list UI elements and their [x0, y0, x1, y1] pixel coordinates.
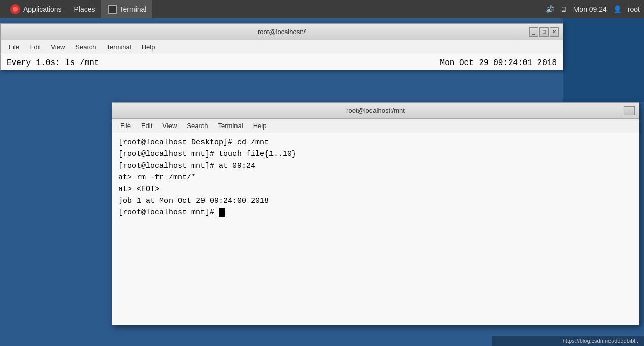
- window2-menu-view[interactable]: View: [158, 120, 181, 131]
- window2-menu-edit[interactable]: Edit: [137, 120, 156, 131]
- window1-menu-file[interactable]: File: [5, 42, 23, 52]
- terminal-window-2: root@localhost:/mnt − File Edit View Sea…: [112, 102, 639, 325]
- app-icon: [10, 4, 20, 14]
- terminal-window-1: root@localhost:/ _ □ ✕ File Edit View Se…: [0, 23, 563, 70]
- terminal-line-4: at> rm -fr /mnt/*: [118, 172, 633, 183]
- terminal-line-7: [root@localhost mnt]#: [118, 207, 633, 218]
- places-menu[interactable]: Places: [68, 0, 101, 18]
- applications-menu[interactable]: Applications: [4, 0, 68, 18]
- taskbar-right: 🔊 🖥 Mon 09:24 👤 root: [546, 5, 640, 13]
- window1-menu-search[interactable]: Search: [71, 42, 100, 52]
- window2-terminal-body[interactable]: [root@localhost Desktop]# cd /mnt [root@…: [112, 133, 639, 325]
- terminal-line-2: [root@localhost mnt]# touch file{1..10}: [118, 149, 633, 160]
- window2-minimize-button[interactable]: −: [624, 106, 635, 115]
- watch-command: Every 1.0s: ls /mnt: [7, 58, 99, 68]
- places-label: Places: [74, 5, 95, 13]
- window2-menu-help[interactable]: Help: [249, 120, 271, 131]
- window1-menu-view[interactable]: View: [47, 42, 69, 52]
- cursor: [219, 208, 225, 217]
- window1-watch-header: Every 1.0s: ls /mnt Mon Oct 29 09:24:01 …: [1, 54, 563, 70]
- window1-controls: _ □ ✕: [529, 27, 559, 37]
- terminal-empty-space[interactable]: [118, 219, 633, 321]
- right-panel: [563, 18, 644, 102]
- taskbar-left: Applications Places Terminal: [4, 0, 152, 18]
- window1-maximize-button[interactable]: □: [539, 27, 549, 37]
- window2-menu-file[interactable]: File: [116, 120, 135, 131]
- terminal-label: Terminal: [120, 5, 147, 13]
- display-icon: 🖥: [560, 5, 567, 13]
- window1-menu-edit[interactable]: Edit: [25, 42, 45, 52]
- taskbar: Applications Places Terminal 🔊 🖥 Mon 09:…: [0, 0, 644, 18]
- user-icon: 👤: [613, 5, 622, 13]
- desktop: root@localhost:/ _ □ ✕ File Edit View Se…: [0, 18, 644, 346]
- terminal-line-1: [root@localhost Desktop]# cd /mnt: [118, 137, 633, 148]
- terminal-taskbar-item[interactable]: Terminal: [101, 0, 153, 18]
- clock: Mon 09:24: [573, 5, 607, 13]
- bottom-bar: https://blog.csdn.net/dodobibl...: [492, 336, 644, 346]
- window1-menu-terminal[interactable]: Terminal: [103, 42, 135, 52]
- window2-menu-search[interactable]: Search: [183, 120, 212, 131]
- applications-label: Applications: [23, 5, 62, 13]
- window1-menubar: File Edit View Search Terminal Help: [1, 40, 563, 54]
- window1-menu-help[interactable]: Help: [138, 42, 159, 52]
- window1-close-button[interactable]: ✕: [550, 27, 559, 37]
- window2-menu-terminal[interactable]: Terminal: [214, 120, 247, 131]
- window1-title: root@localhost:/: [258, 28, 306, 36]
- terminal-line-3: [root@localhost mnt]# at 09:24: [118, 161, 633, 171]
- window2-controls: −: [624, 106, 635, 115]
- window2-titlebar: root@localhost:/mnt −: [112, 103, 639, 119]
- url-text: https://blog.csdn.net/dodobibl...: [563, 338, 640, 344]
- volume-icon: 🔊: [546, 5, 554, 13]
- window1-titlebar: root@localhost:/ _ □ ✕: [1, 24, 563, 40]
- terminal-line-6: job 1 at Mon Oct 29 09:24:00 2018: [118, 196, 633, 206]
- username: root: [628, 5, 640, 13]
- window1-minimize-button[interactable]: _: [529, 27, 538, 37]
- window2-title: root@localhost:/mnt: [346, 107, 405, 114]
- terminal-line-5: at> <EOT>: [118, 184, 633, 195]
- window2-menubar: File Edit View Search Terminal Help: [112, 119, 639, 133]
- watch-time: Mon Oct 29 09:24:01 2018: [440, 58, 557, 68]
- terminal-icon: [108, 5, 117, 14]
